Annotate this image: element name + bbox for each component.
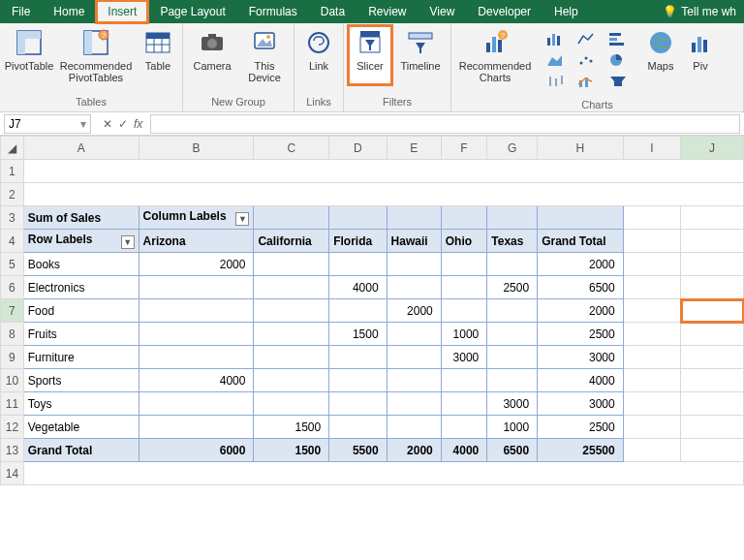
pivot-val[interactable]: 1500 [254, 416, 329, 439]
pivot-val[interactable] [387, 276, 441, 299]
pivot-val[interactable]: 4000 [329, 276, 387, 299]
pivot-grand-val[interactable]: 25500 [538, 439, 624, 462]
pivot-grand-val[interactable]: 6000 [139, 439, 254, 462]
tell-me[interactable]: 💡 Tell me wh [655, 0, 744, 23]
row-3[interactable]: 3 [1, 206, 24, 230]
pivot-val[interactable]: 4000 [139, 369, 254, 392]
maps-button[interactable]: Maps [641, 27, 680, 83]
pivot-val[interactable]: 1000 [487, 416, 538, 439]
cancel-icon[interactable]: ✕ [103, 117, 112, 131]
pivot-sumof[interactable]: Sum of Sales [23, 206, 139, 230]
row-6[interactable]: 6 [1, 276, 24, 299]
link-button[interactable]: Link [300, 27, 337, 83]
row-8[interactable]: 8 [1, 323, 24, 346]
pivot-col-hdr[interactable]: California [254, 230, 329, 253]
bar-chart-icon[interactable] [544, 31, 568, 47]
name-box[interactable]: J7 ▾ [4, 114, 91, 134]
pivot-val[interactable] [139, 276, 254, 299]
col-B[interactable]: B [139, 137, 254, 160]
pivot-col-labels[interactable]: Column Labels▼ [139, 206, 254, 230]
pivot-val[interactable]: 6500 [538, 276, 624, 299]
cell[interactable] [441, 206, 487, 230]
pivotchart-button[interactable]: Piv [686, 27, 715, 83]
table-button[interactable]: Table [140, 27, 176, 83]
pivot-val[interactable]: 2000 [387, 299, 441, 323]
tab-view[interactable]: View [418, 0, 467, 23]
pivot-val[interactable] [254, 369, 329, 392]
pivot-row-label[interactable]: Sports [23, 369, 139, 392]
pivot-val[interactable] [441, 416, 487, 439]
timeline-button[interactable]: Timeline [396, 27, 445, 83]
pivot-grand-val[interactable]: 1500 [254, 439, 329, 462]
cell[interactable] [681, 230, 744, 253]
enter-icon[interactable]: ✓ [118, 117, 128, 131]
pivot-row-label[interactable]: Electronics [23, 276, 139, 299]
pivot-row-label[interactable]: Food [23, 299, 139, 323]
pivot-val[interactable] [441, 299, 487, 323]
row-1[interactable]: 1 [1, 160, 24, 183]
tab-file[interactable]: File [0, 0, 42, 23]
pivot-val[interactable]: 3000 [538, 392, 624, 416]
pivot-val[interactable] [254, 346, 329, 369]
rec-pivottables-button[interactable]: ? RecommendedPivotTables [58, 27, 134, 83]
pivot-val[interactable]: 2500 [538, 416, 624, 439]
cell[interactable] [623, 230, 680, 253]
cell[interactable] [623, 206, 680, 230]
row-7[interactable]: 7 [1, 299, 24, 323]
cell[interactable] [681, 276, 744, 299]
pivot-val[interactable] [387, 253, 441, 276]
col-F[interactable]: F [441, 137, 487, 160]
row-2[interactable]: 2 [1, 183, 24, 206]
pivot-val[interactable] [387, 346, 441, 369]
pivot-row-label[interactable]: Toys [23, 392, 139, 416]
rec-charts-button[interactable]: ? RecommendedCharts [457, 27, 533, 83]
pivot-row-label[interactable]: Furniture [23, 346, 139, 369]
pivot-row-label[interactable]: Books [23, 253, 139, 276]
cell[interactable] [681, 369, 744, 392]
col-E[interactable]: E [387, 137, 441, 160]
pivot-val[interactable] [487, 369, 538, 392]
pivot-val[interactable] [441, 253, 487, 276]
pivot-val[interactable] [487, 299, 538, 323]
pivot-val[interactable]: 1500 [329, 323, 387, 346]
cell[interactable] [681, 439, 744, 462]
cell[interactable] [681, 392, 744, 416]
this-device-button[interactable]: ThisDevice [241, 27, 288, 83]
cell[interactable] [23, 183, 743, 206]
pivot-val[interactable] [487, 346, 538, 369]
pivot-val[interactable] [254, 276, 329, 299]
pivot-val[interactable]: 3000 [441, 346, 487, 369]
pivot-row-label[interactable]: Fruits [23, 323, 139, 346]
tab-review[interactable]: Review [356, 0, 418, 23]
pivot-grand-val[interactable]: 5500 [329, 439, 387, 462]
pivot-col-hdr[interactable]: Grand Total [538, 230, 624, 253]
pivot-col-hdr[interactable]: Arizona [139, 230, 254, 253]
cell[interactable] [23, 160, 743, 183]
pivot-grand-val[interactable]: 2000 [387, 439, 441, 462]
row-4[interactable]: 4 [1, 230, 24, 253]
pivot-val[interactable]: 2500 [487, 276, 538, 299]
cell[interactable] [681, 253, 744, 276]
cell[interactable] [329, 206, 387, 230]
cell[interactable] [681, 206, 744, 230]
pivot-val[interactable] [329, 253, 387, 276]
camera-button[interactable]: Camera [189, 27, 235, 83]
pivot-val[interactable]: 3000 [487, 392, 538, 416]
cell[interactable] [623, 392, 680, 416]
cell[interactable] [623, 369, 680, 392]
dropdown-icon[interactable]: ▼ [235, 212, 249, 226]
pivot-val[interactable]: 2000 [538, 299, 624, 323]
dropdown-icon[interactable]: ▼ [121, 235, 135, 249]
tab-data[interactable]: Data [309, 0, 356, 23]
pivot-row-labels[interactable]: Row Labels▼ [23, 230, 139, 253]
pivot-grand-val[interactable]: 4000 [441, 439, 487, 462]
fx-icon[interactable]: fx [134, 117, 142, 131]
col-H[interactable]: H [538, 137, 624, 160]
stock-chart-icon[interactable] [544, 74, 568, 89]
pivot-val[interactable] [329, 416, 387, 439]
tab-page-layout[interactable]: Page Layout [148, 0, 236, 23]
pivot-val[interactable]: 3000 [538, 346, 624, 369]
combo-chart-icon[interactable] [575, 74, 599, 89]
pivot-val[interactable] [329, 346, 387, 369]
row-5[interactable]: 5 [1, 253, 24, 276]
